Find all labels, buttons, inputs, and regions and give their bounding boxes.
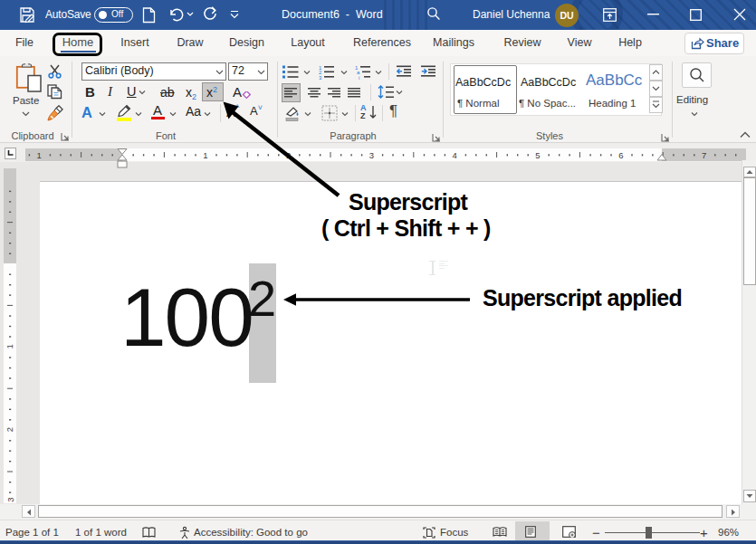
svg-text:1: 1 bbox=[37, 150, 42, 160]
svg-text:2: 2 bbox=[5, 427, 15, 432]
svg-text:4: 4 bbox=[453, 150, 457, 160]
svg-text:3: 3 bbox=[5, 497, 15, 501]
svg-text:1: 1 bbox=[203, 150, 207, 160]
svg-text:3: 3 bbox=[319, 75, 322, 81]
svg-text:2: 2 bbox=[286, 150, 291, 160]
svg-text:7: 7 bbox=[702, 150, 706, 160]
svg-text:5: 5 bbox=[535, 150, 540, 160]
svg-text:3: 3 bbox=[369, 150, 374, 160]
svg-text:i: i bbox=[359, 75, 359, 81]
svg-text:6: 6 bbox=[618, 150, 623, 160]
svg-text:1: 1 bbox=[5, 344, 15, 348]
